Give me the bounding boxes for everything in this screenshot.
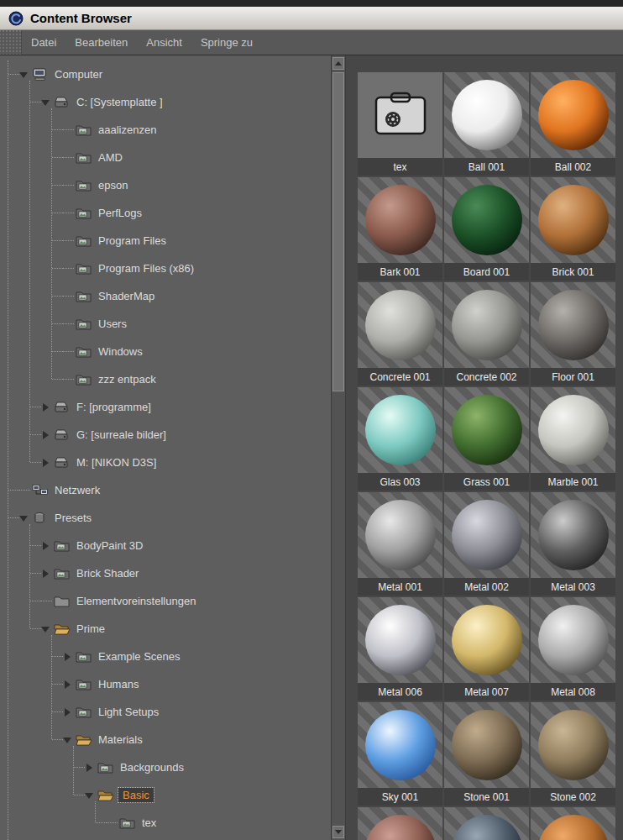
material-sphere: [452, 500, 522, 570]
tree-item[interactable]: C: [Systemplatte ]: [0, 88, 331, 116]
menu-grip-handle[interactable]: [0, 30, 22, 55]
material-sphere: [538, 710, 609, 780]
material-item[interactable]: Metal 006: [358, 597, 442, 701]
material-item[interactable]: Ball 002: [531, 72, 615, 176]
expander-icon[interactable]: [41, 402, 52, 413]
material-item[interactable]: Metal 008: [531, 597, 615, 701]
tree-item[interactable]: ShaderMap: [0, 282, 331, 310]
window-titlebar[interactable]: Content Browser: [0, 7, 623, 30]
tree-item[interactable]: Computer: [0, 60, 331, 88]
material-preview: [444, 702, 529, 788]
material-item[interactable]: Glas 003: [358, 387, 442, 491]
tree-item[interactable]: PerfLogs: [0, 199, 331, 227]
material-item[interactable]: [444, 807, 529, 840]
tree-item[interactable]: epson: [0, 171, 331, 199]
scroll-up-button[interactable]: [332, 57, 344, 70]
menu-item-datei[interactable]: Datei: [22, 36, 65, 49]
tree-item[interactable]: BodyPaint 3D: [0, 532, 331, 559]
tree-item[interactable]: Users: [0, 310, 331, 338]
tree-item[interactable]: Elementvoreinstellungen: [0, 587, 331, 615]
tree-item-label: AMD: [98, 151, 123, 164]
material-item[interactable]: Brick 001: [531, 177, 615, 281]
material-item[interactable]: Concrete 002: [444, 282, 529, 386]
material-item[interactable]: Metal 007: [444, 597, 529, 701]
expander-icon[interactable]: [41, 429, 52, 441]
material-label: tex: [358, 158, 442, 176]
folder-photo-icon: [76, 151, 94, 165]
material-label: Concrete 002: [444, 368, 529, 386]
expander-icon[interactable]: [85, 790, 96, 801]
tree-item[interactable]: Program Files: [0, 227, 331, 255]
tree-item[interactable]: AMD: [0, 144, 331, 171]
material-item[interactable]: Concrete 001: [358, 282, 442, 386]
expander-icon[interactable]: [41, 623, 52, 635]
material-sphere: [365, 500, 436, 570]
expander-icon[interactable]: [63, 679, 74, 690]
tree-item[interactable]: tex: [0, 809, 331, 837]
tree-item[interactable]: Backgrounds: [0, 753, 331, 781]
menu-item-bearbeiten[interactable]: Bearbeiten: [65, 36, 137, 49]
scrollbar-thumb[interactable]: [332, 72, 344, 391]
expander-icon[interactable]: [19, 512, 30, 524]
presets-icon: [32, 512, 50, 525]
expander-icon[interactable]: [41, 568, 52, 580]
tree-item[interactable]: Windows: [0, 338, 331, 365]
folder-tree: Computer C: [Systemplatte ] aaalizenzen …: [0, 55, 331, 840]
expander-icon[interactable]: [63, 706, 74, 718]
menu-item-ansicht[interactable]: Ansicht: [137, 36, 191, 49]
tree-item[interactable]: zzz entpack: [0, 365, 331, 393]
tree-item-label: Users: [98, 318, 127, 330]
tree-item[interactable]: F: [programme]: [0, 393, 331, 421]
material-item[interactable]: Metal 003: [531, 492, 615, 596]
expander-icon[interactable]: [41, 97, 52, 108]
tree-item[interactable]: Prime: [0, 615, 331, 643]
expander-icon[interactable]: [41, 457, 52, 469]
material-item[interactable]: Board 001: [444, 177, 529, 281]
tree-connector: [52, 351, 63, 352]
tree-item[interactable]: M: [NIKON D3S]: [0, 449, 331, 476]
tree-item[interactable]: Materials: [0, 726, 331, 753]
expander-icon[interactable]: [41, 540, 52, 552]
tree-item[interactable]: Humans: [0, 670, 331, 698]
tree-item[interactable]: Presets: [0, 504, 331, 532]
material-item[interactable]: Grass 001: [444, 387, 529, 491]
material-sphere: [452, 815, 522, 840]
material-item[interactable]: Metal 002: [444, 492, 529, 596]
window-title: Content Browser: [30, 11, 132, 25]
material-item[interactable]: Floor 001: [531, 282, 615, 386]
tree-item[interactable]: Netzwerk: [0, 476, 331, 504]
tree-item-label: Presets: [55, 512, 92, 524]
material-item[interactable]: tex: [358, 72, 442, 176]
material-item[interactable]: Stone 001: [444, 702, 529, 806]
material-sphere: [538, 290, 609, 360]
expander-icon[interactable]: [63, 651, 74, 663]
tree-item[interactable]: aaalizenzen: [0, 116, 331, 144]
tree-item[interactable]: Basic: [0, 781, 331, 809]
drive-icon: [54, 96, 72, 109]
scroll-down-button[interactable]: [332, 826, 344, 838]
material-item[interactable]: Stone 002: [531, 702, 615, 806]
material-item[interactable]: [531, 807, 615, 840]
tree-item[interactable]: Program Files (x86): [0, 255, 331, 282]
material-item[interactable]: Ball 001: [444, 72, 529, 176]
tree-scrollbar[interactable]: [331, 55, 346, 840]
tree-item[interactable]: Brick Shader: [0, 559, 331, 587]
expander-icon: [41, 601, 52, 601]
menu-item-springe-zu[interactable]: Springe zu: [191, 36, 262, 49]
expander-icon[interactable]: [63, 734, 74, 746]
tree-item-label: C: [Systemplatte ]: [76, 96, 163, 108]
expander-icon: [19, 490, 30, 491]
material-sphere: [365, 395, 436, 465]
material-item[interactable]: [358, 807, 442, 840]
expander-icon: [63, 268, 74, 269]
material-item[interactable]: Metal 001: [358, 492, 442, 596]
tree-item[interactable]: Light Setups: [0, 698, 331, 726]
material-item[interactable]: Sky 001: [358, 702, 442, 806]
material-preview: [531, 597, 615, 683]
material-item[interactable]: Marble 001: [531, 387, 615, 491]
tree-item[interactable]: G: [surreale bilder]: [0, 421, 331, 449]
tree-item[interactable]: Example Scenes: [0, 643, 331, 670]
material-item[interactable]: Bark 001: [358, 177, 442, 281]
expander-icon[interactable]: [19, 69, 30, 81]
expander-icon[interactable]: [85, 762, 96, 774]
